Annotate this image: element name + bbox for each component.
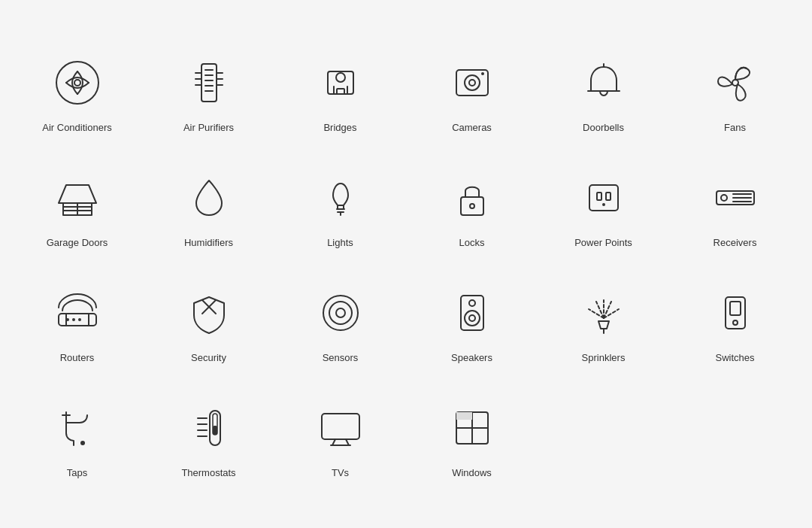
svg-point-63 <box>80 441 85 445</box>
cameras-label: Cameras <box>452 122 492 133</box>
svg-line-74 <box>332 439 335 445</box>
svg-point-1 <box>74 80 80 86</box>
item-security[interactable]: Security <box>147 268 271 375</box>
item-locks[interactable]: Locks <box>410 153 534 260</box>
power-points-label: Power Points <box>574 237 632 248</box>
icon-grid: Air Conditioners Air Purifiers <box>15 38 797 490</box>
svg-point-62 <box>733 320 738 325</box>
speakers-label: Speakers <box>451 352 492 363</box>
svg-rect-38 <box>597 193 601 200</box>
sensors-icon <box>311 283 371 343</box>
svg-point-48 <box>72 318 75 321</box>
svg-rect-72 <box>213 426 217 435</box>
svg-point-0 <box>56 62 98 104</box>
svg-rect-46 <box>59 314 96 326</box>
item-routers[interactable]: Routers <box>15 268 139 375</box>
svg-point-40 <box>602 203 605 206</box>
security-icon <box>179 283 239 343</box>
windows-icon <box>442 398 502 458</box>
switches-icon <box>705 283 765 343</box>
item-sprinklers[interactable]: Sprinklers <box>541 268 665 375</box>
thermostats-icon <box>179 398 239 458</box>
item-cameras[interactable]: Cameras <box>410 38 534 145</box>
item-humidifiers[interactable]: Humidifiers <box>147 153 271 260</box>
speakers-icon <box>442 283 502 343</box>
sprinklers-icon <box>574 283 634 343</box>
item-fans[interactable]: Fans <box>673 38 797 145</box>
doorbells-icon <box>574 53 634 113</box>
sensors-label: Sensors <box>323 352 359 363</box>
switches-label: Switches <box>715 352 754 363</box>
taps-label: Taps <box>67 467 87 478</box>
item-garage-doors[interactable]: Garage Doors <box>15 153 139 260</box>
item-air-purifiers[interactable]: Air Purifiers <box>147 38 271 145</box>
item-receivers[interactable]: Receivers <box>673 153 797 260</box>
item-doorbells[interactable]: Doorbells <box>541 38 665 145</box>
lights-label: Lights <box>327 237 353 248</box>
thermostats-label: Thermostats <box>181 467 235 478</box>
svg-rect-73 <box>322 414 359 439</box>
locks-icon <box>442 168 502 228</box>
svg-point-49 <box>78 318 81 321</box>
item-windows[interactable]: Windows <box>410 383 534 490</box>
item-speakers[interactable]: Speakers <box>410 268 534 375</box>
power-points-icon <box>574 168 634 228</box>
svg-rect-35 <box>461 197 483 215</box>
svg-rect-61 <box>730 302 741 315</box>
svg-point-36 <box>470 204 474 208</box>
svg-point-21 <box>469 80 475 86</box>
fans-icon <box>705 53 765 113</box>
item-sensors[interactable]: Sensors <box>278 268 402 375</box>
svg-rect-39 <box>606 193 611 200</box>
routers-icon <box>47 283 108 343</box>
humidifiers-icon <box>179 168 239 228</box>
item-air-conditioners[interactable]: Air Conditioners <box>15 38 139 145</box>
humidifiers-label: Humidifiers <box>184 237 233 248</box>
fans-label: Fans <box>724 122 746 133</box>
cameras-icon <box>442 53 502 113</box>
security-label: Security <box>191 352 226 363</box>
item-taps[interactable]: Taps <box>15 383 139 490</box>
garage-doors-icon <box>47 168 108 228</box>
svg-point-58 <box>469 300 475 306</box>
svg-line-75 <box>346 439 349 445</box>
svg-rect-80 <box>456 412 472 420</box>
tvs-label: TVs <box>332 467 349 478</box>
sprinklers-label: Sprinklers <box>582 352 626 363</box>
air-conditioners-icon <box>47 53 108 113</box>
locks-label: Locks <box>459 237 485 248</box>
svg-point-20 <box>465 75 480 90</box>
svg-rect-37 <box>589 185 618 211</box>
svg-point-22 <box>481 72 484 75</box>
svg-point-15 <box>336 73 345 82</box>
item-lights[interactable]: Lights <box>278 153 402 260</box>
receivers-label: Receivers <box>714 237 757 248</box>
bridges-icon <box>311 53 371 113</box>
taps-icon <box>47 398 108 458</box>
item-tvs[interactable]: TVs <box>278 383 402 490</box>
svg-point-42 <box>721 195 727 201</box>
tvs-icon <box>311 398 371 458</box>
routers-label: Routers <box>60 352 95 363</box>
item-switches[interactable]: Switches <box>673 268 797 375</box>
svg-rect-18 <box>337 89 344 94</box>
lights-icon <box>311 168 371 228</box>
item-power-points[interactable]: Power Points <box>541 153 665 260</box>
windows-label: Windows <box>452 467 492 478</box>
doorbells-label: Doorbells <box>583 122 624 133</box>
air-conditioners-label: Air Conditioners <box>42 122 112 133</box>
air-purifiers-label: Air Purifiers <box>183 122 234 133</box>
air-purifiers-icon <box>179 53 239 113</box>
svg-point-54 <box>336 308 345 317</box>
garage-doors-label: Garage Doors <box>47 237 108 248</box>
svg-point-56 <box>465 311 480 326</box>
svg-point-57 <box>469 315 475 321</box>
bridges-label: Bridges <box>323 122 356 133</box>
item-bridges[interactable]: Bridges <box>278 38 402 145</box>
receivers-icon <box>705 168 765 228</box>
item-thermostats[interactable]: Thermostats <box>147 383 271 490</box>
